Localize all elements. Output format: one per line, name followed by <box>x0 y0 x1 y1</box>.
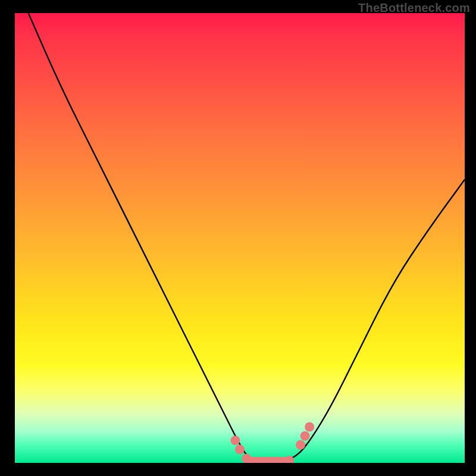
curve-markers <box>230 422 314 463</box>
curve-marker <box>296 440 305 450</box>
curve-marker <box>305 422 314 432</box>
attribution-watermark: TheBottleneck.com <box>358 1 470 15</box>
bottleneck-curve <box>29 13 465 463</box>
curve-marker <box>242 453 251 463</box>
chart-plot-area <box>15 13 465 463</box>
curve-marker <box>235 444 245 454</box>
curve-marker <box>230 436 240 445</box>
bottleneck-curve-svg <box>15 13 465 463</box>
curve-marker <box>300 431 310 441</box>
